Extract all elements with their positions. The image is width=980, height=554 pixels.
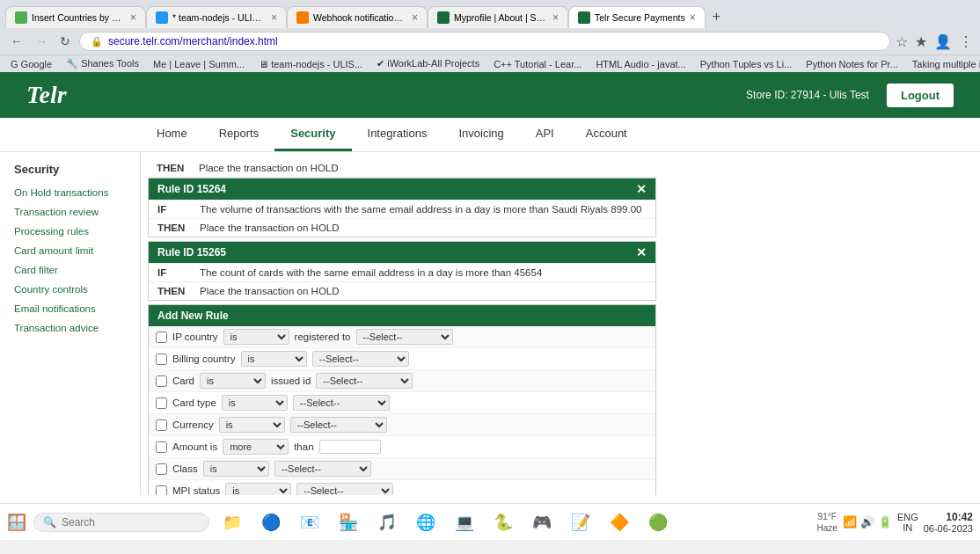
nav-api[interactable]: API <box>520 118 570 151</box>
class-is-select[interactable]: is <box>203 461 269 477</box>
sidebar-item-country-controls[interactable]: Country controls <box>0 280 140 299</box>
content-area[interactable]: THEN Place the transaction on HOLD Rule … <box>141 152 663 495</box>
card-type-value-select[interactable]: --Select-- <box>293 395 390 411</box>
tab-close-icon[interactable]: × <box>271 11 277 24</box>
taskbar-app-music[interactable]: 🎵 <box>371 507 403 538</box>
taskbar-app-mail[interactable]: 📧 <box>294 507 325 538</box>
sidebar-item-on-hold[interactable]: On Hold transactions <box>0 183 140 202</box>
bookmark-google[interactable]: G Google <box>7 58 55 70</box>
back-button[interactable]: ← <box>7 33 26 50</box>
bookmark-icon[interactable]: ★ <box>915 33 927 50</box>
nav-account[interactable]: Account <box>570 118 643 151</box>
rule-15265: Rule ID 15265 ✕ IF The count of cards wi… <box>148 241 656 301</box>
taskbar-app-extra2[interactable]: 🟢 <box>642 507 674 538</box>
rule-15264-close-icon[interactable]: ✕ <box>636 182 647 196</box>
bookmark-python-tuples[interactable]: Python Tuples vs Li... <box>697 58 796 70</box>
bookmark-me-leave[interactable]: Me | Leave | Summ... <box>150 58 248 70</box>
taskbar-app-extra1[interactable]: 🔶 <box>603 507 635 538</box>
nav-security[interactable]: Security <box>274 118 351 151</box>
taskbar-app-browser[interactable]: 🌐 <box>410 507 442 538</box>
bookmark-cpp[interactable]: C++ Tutorial - Lear... <box>490 58 585 70</box>
mpi-status-checkbox[interactable] <box>156 485 167 496</box>
nav-invoicing[interactable]: Invoicing <box>442 118 519 151</box>
billing-country-is-select[interactable]: is <box>241 351 307 367</box>
tab-team-nodejs[interactable]: * team-nodejs - ULIS Technolog... × <box>146 6 287 28</box>
nav-reports[interactable]: Reports <box>203 118 275 151</box>
sidebar-item-processing-rules[interactable]: Processing rules <box>0 222 140 241</box>
card-value-select[interactable]: --Select-- <box>316 373 413 389</box>
billing-country-checkbox[interactable] <box>156 354 167 365</box>
partial-rule-text: Place the transaction on HOLD <box>199 163 339 173</box>
amount-checkbox[interactable] <box>156 441 167 453</box>
tab-close-icon[interactable]: × <box>690 11 696 24</box>
card-checkbox[interactable] <box>156 375 167 387</box>
sidebar-item-card-filter[interactable]: Card filter <box>0 260 140 280</box>
sidebar-item-transaction-review[interactable]: Transaction review <box>0 202 140 222</box>
ip-country-is-select[interactable]: is <box>223 329 289 345</box>
bookmark-taking-multiple[interactable]: Taking multiple inp... <box>909 58 980 70</box>
registered-to-label: registered to <box>295 332 351 342</box>
address-bar[interactable]: 🔒 secure.telr.com/merchant/index.html <box>79 32 890 51</box>
new-tab-button[interactable]: + <box>706 5 728 28</box>
sidebar-item-card-amount-limit[interactable]: Card amount limit <box>0 241 140 260</box>
lock-icon: 🔒 <box>91 36 103 47</box>
billing-country-value-select[interactable]: --Select-- <box>312 351 409 367</box>
taskbar: 🪟 🔍 📁 🔵 📧 🏪 🎵 🌐 💻 🐍 🎮 📝 🔶 🟢 91°FHaze 📶 🔊… <box>0 503 980 540</box>
menu-icon[interactable]: ⋮ <box>959 33 973 50</box>
card-type-is-select[interactable]: is <box>222 395 288 411</box>
tab-close-icon[interactable]: × <box>412 11 418 24</box>
mpi-status-is-select[interactable]: is <box>225 483 291 495</box>
ip-country-checkbox[interactable] <box>156 332 167 343</box>
taskbar-app-cortana[interactable]: 🔵 <box>255 507 287 538</box>
system-icons: 📶 🔊 🔋 <box>843 515 892 528</box>
tab-close-icon[interactable]: × <box>552 11 559 24</box>
nav-home[interactable]: Home <box>141 118 203 151</box>
bookmark-iworklab[interactable]: ✔ iWorkLab-All Projects <box>373 57 483 70</box>
volume-icon[interactable]: 🔊 <box>860 515 874 528</box>
taskbar-app-vscode[interactable]: 💻 <box>449 507 480 538</box>
amount-more-select[interactable]: more <box>223 439 289 455</box>
forward-button[interactable]: → <box>32 33 51 50</box>
add-rule-header: Add New Rule <box>149 305 655 326</box>
logout-button[interactable]: Logout <box>887 84 954 107</box>
mpi-status-value-select[interactable]: --Select-- <box>296 483 393 495</box>
taskbar-app-game[interactable]: 🎮 <box>526 507 558 538</box>
tab-webhook[interactable]: Webhook notification - Telr × <box>287 6 428 28</box>
rule-15264-id: Rule ID 15264 <box>157 183 226 195</box>
tab-telr-payments[interactable]: Telr Secure Payments × <box>568 6 706 28</box>
search-box[interactable]: 🔍 <box>33 513 209 532</box>
sidebar-item-transaction-advice[interactable]: Transaction advice <box>0 318 140 338</box>
bookmark-python-notes[interactable]: Python Notes for Pr... <box>802 58 902 70</box>
class-value-select[interactable]: --Select-- <box>274 461 371 477</box>
taskbar-app-word[interactable]: 📝 <box>565 507 596 538</box>
ip-country-value-select[interactable]: --Select-- <box>356 329 453 345</box>
amount-input[interactable] <box>319 440 381 454</box>
search-input[interactable] <box>62 516 167 528</box>
currency-is-select[interactable]: is <box>219 417 285 433</box>
bookmark-shanes-tools[interactable]: 🔧 Shanes Tools <box>62 57 143 70</box>
battery-icon[interactable]: 🔋 <box>878 515 892 528</box>
extensions-icon[interactable]: ☆ <box>896 33 908 50</box>
rule-15265-close-icon[interactable]: ✕ <box>636 245 647 259</box>
tab-title: Insert Countries by Region <box>32 12 126 23</box>
currency-value-select[interactable]: --Select-- <box>290 417 387 433</box>
taskbar-app-store[interactable]: 🏪 <box>333 507 364 538</box>
card-type-checkbox[interactable] <box>156 397 167 409</box>
tab-insert-countries[interactable]: Insert Countries by Region × <box>5 6 146 28</box>
rule-15264-then-row: THEN Place the transaction on HOLD <box>149 218 655 237</box>
sidebar-item-email-notifications[interactable]: Email notifications <box>0 299 140 318</box>
taskbar-app-python[interactable]: 🐍 <box>487 507 519 538</box>
currency-checkbox[interactable] <box>156 419 167 431</box>
reload-button[interactable]: ↻ <box>56 33 74 50</box>
card-is-select[interactable]: is <box>200 373 266 389</box>
bookmark-html-audio[interactable]: HTML Audio - javat... <box>592 58 689 70</box>
nav-integrations[interactable]: Integrations <box>352 118 443 151</box>
profile-icon[interactable]: 👤 <box>934 33 952 50</box>
taskbar-app-edge[interactable]: 📁 <box>216 507 248 538</box>
start-button[interactable]: 🪟 <box>7 513 26 532</box>
bookmark-team-nodejs[interactable]: 🖥 team-nodejs - ULIS... <box>255 58 366 70</box>
tab-myprofile[interactable]: Myprofile | About | Summary × <box>428 6 568 28</box>
network-icon[interactable]: 📶 <box>843 515 857 528</box>
tab-close-icon[interactable]: × <box>130 11 136 24</box>
class-checkbox[interactable] <box>156 463 167 475</box>
